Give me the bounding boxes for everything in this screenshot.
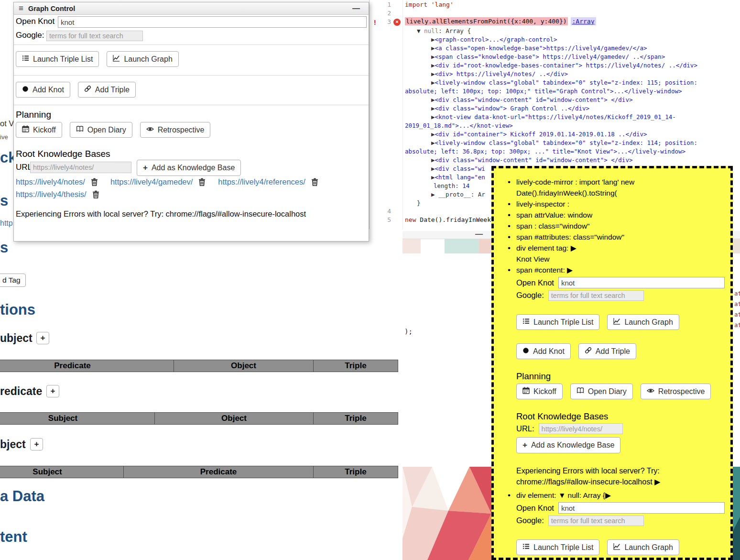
kickoff-button[interactable]: Kickoff: [16, 122, 62, 138]
add-knot-button[interactable]: Add Knot: [516, 343, 571, 359]
table-header-cell: Subject: [0, 466, 124, 478]
plus-icon: +: [522, 440, 527, 450]
page-text-fragment: redicate: [0, 385, 42, 398]
inspector-row[interactable]: ▶<div> https://lively4/notes/ ..</div>: [405, 70, 740, 78]
url-input[interactable]: [539, 423, 623, 434]
retrospective-button[interactable]: Retrospective: [641, 384, 711, 399]
launch-triple-list-button[interactable]: Launch Triple List: [516, 539, 599, 555]
window-titlebar[interactable]: ≡ Graph Control —: [14, 2, 369, 15]
table-header-cell: Predicate: [123, 466, 314, 478]
add-button[interactable]: +: [46, 385, 59, 397]
inspector-row[interactable]: ▶<span class="knowledge-base"> https://l…: [405, 53, 740, 61]
inspector-row[interactable]: ▶<lively-window class="global" tabindex=…: [405, 78, 740, 87]
calendar-icon: [22, 125, 29, 134]
launch-graph-button[interactable]: Launch Graph: [607, 539, 679, 555]
kb-links: https://lively4/notes/https://lively4/ga…: [16, 177, 367, 199]
kb-link[interactable]: https://lively4/references/: [218, 177, 305, 187]
error-marker: !: [373, 19, 377, 26]
launch-graph-button[interactable]: Launch Graph: [107, 51, 178, 67]
google-label: Google:: [16, 31, 44, 40]
add-button[interactable]: +: [36, 332, 49, 344]
add-knowledge-base-button[interactable]: + Add as Knowledge Base: [516, 437, 620, 453]
divider: [14, 75, 369, 76]
chart-icon: [613, 318, 620, 327]
divider: [14, 44, 369, 45]
inspector-row[interactable]: ▶<lively-window class="global" tabindex=…: [405, 139, 740, 147]
menu-icon[interactable]: ≡: [19, 4, 23, 13]
root-kb-heading: Root Knowledge Bases: [516, 411, 725, 422]
inspector-row[interactable]: ▶<div id="container"> Kickoff 2019.01.14…: [405, 130, 740, 139]
planning-heading: Planning: [16, 110, 51, 120]
trash-icon[interactable]: [198, 178, 206, 186]
kb-link[interactable]: https://lively4/gamedev/: [110, 177, 193, 187]
inspector-row[interactable]: 2019_01_18.md">...</knot-view>: [405, 121, 740, 130]
error-hint: Experiencing Errors with local server? T…: [516, 465, 725, 487]
trash-icon[interactable]: [311, 178, 318, 186]
url-input[interactable]: [30, 162, 131, 173]
table-header-row: SubjectPredicateTriple: [0, 466, 398, 478]
inspector-row[interactable]: ▶<div id="root-knowledge-bases-container…: [405, 61, 740, 70]
inspector-row[interactable]: absolute; left: 36.8px; top: 300px; ..."…: [405, 147, 740, 156]
kb-link[interactable]: https://lively4/notes/: [16, 177, 85, 187]
graph-control-window[interactable]: ≡ Graph Control — Open Knot Google: Laun…: [13, 2, 369, 242]
trash-icon[interactable]: [91, 178, 98, 186]
book-icon: [76, 125, 84, 134]
line-number: 5: [387, 216, 391, 223]
page-button-fragment[interactable]: d Tag: [0, 274, 26, 287]
clipped-text-fragment: at: [734, 290, 740, 297]
chart-icon: [613, 543, 620, 552]
table-header-cell: Triple: [313, 412, 398, 425]
launch-triple-list-button[interactable]: Launch Triple List: [516, 314, 599, 330]
link-icon: [585, 347, 592, 356]
plus-icon: +: [143, 163, 148, 173]
kb-link[interactable]: https://lively4/thesis/: [16, 190, 87, 199]
inspector-row[interactable]: ▶<graph-control>...</graph-control>: [405, 35, 740, 44]
kb-link-item: https://lively4/gamedev/: [110, 177, 206, 187]
inspector-row[interactable]: ▼ null: Array {: [405, 27, 740, 35]
google-search-input[interactable]: [548, 516, 644, 526]
add-triple-button[interactable]: Add Triple: [578, 343, 636, 359]
kickoff-button[interactable]: Kickoff: [516, 384, 563, 399]
type-annotation[interactable]: :Array: [571, 17, 596, 25]
inspector-row[interactable]: ▶<div class="window-content" id="window-…: [405, 156, 740, 165]
kb-link-item: https://lively4/thesis/: [16, 190, 99, 199]
inspector-row[interactable]: ▶<knot-view data-knot-url="https://livel…: [405, 113, 740, 121]
google-search-input[interactable]: [548, 290, 644, 301]
table-header-cell: Subject: [0, 412, 155, 425]
inspector-row[interactable]: absolute; left: 100px; top: 100px;" titl…: [405, 87, 740, 96]
editor-gutter: 12345 ! ×: [370, 0, 403, 229]
open-knot-input[interactable]: [558, 277, 725, 288]
planning-heading: Planning: [516, 371, 725, 382]
inspector-row[interactable]: ▶<a class="open-knowledge-base">https://…: [405, 44, 740, 53]
open-diary-button[interactable]: Open Diary: [70, 122, 132, 138]
launch-triple-list-button[interactable]: Launch Triple List: [16, 51, 99, 67]
window-title: Graph Control: [28, 5, 75, 12]
launch-graph-button[interactable]: Launch Graph: [607, 314, 679, 330]
open-knot-input[interactable]: [58, 16, 367, 28]
eye-icon: [146, 126, 154, 134]
page-text-fragment: tions: [0, 301, 35, 318]
inspector-row[interactable]: ▶<div class="window"> Graph Control ..</…: [405, 104, 740, 113]
open-diary-button[interactable]: Open Diary: [570, 384, 633, 399]
open-knot-label: Open Knot: [516, 277, 554, 288]
add-button[interactable]: +: [30, 438, 43, 450]
trash-icon[interactable]: [92, 190, 99, 198]
minimize-icon[interactable]: —: [475, 230, 483, 239]
line-number: 2: [387, 10, 391, 17]
add-triple-button[interactable]: Add Triple: [78, 82, 136, 98]
google-search-input[interactable]: [46, 31, 143, 41]
page-text-fragment: bject: [0, 438, 26, 451]
add-knowledge-base-button[interactable]: + Add as Knowledge Base: [137, 160, 241, 176]
divider: [14, 105, 369, 105]
embedded-graph-control-2: Open Knot Google: Launch Triple List Lau…: [506, 502, 725, 555]
page-text-fragment: ubject: [0, 332, 33, 345]
add-knot-button[interactable]: Add Knot: [16, 82, 70, 98]
inspector-row[interactable]: ▶<div class="window-content" id="window-…: [405, 96, 740, 104]
calendar-icon: [522, 387, 530, 396]
minimize-icon[interactable]: —: [352, 4, 364, 13]
tooltip-item: div element tag: ▶: [506, 242, 725, 253]
clipped-text-fragment: at: [734, 321, 740, 329]
open-knot-input[interactable]: [558, 502, 725, 514]
retrospective-button[interactable]: Retrospective: [140, 122, 211, 138]
open-knot-label: Open Knot: [16, 17, 54, 26]
